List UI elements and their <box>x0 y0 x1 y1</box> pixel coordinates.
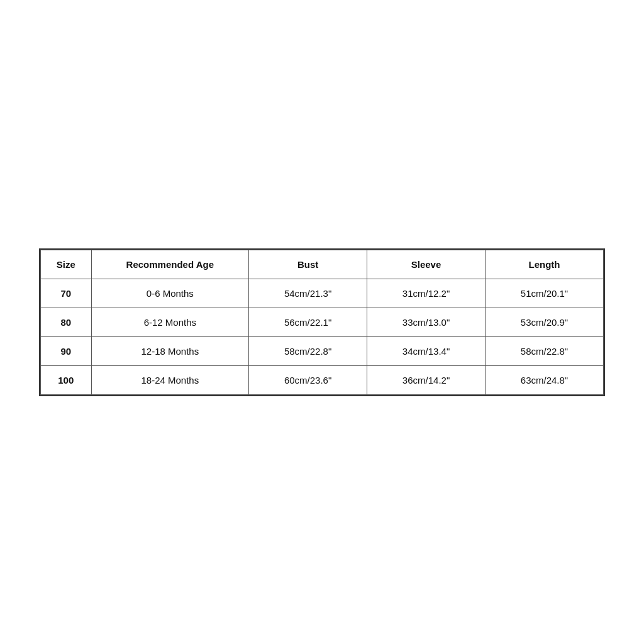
cell-age: 12-18 Months <box>91 336 249 365</box>
cell-sleeve: 33cm/13.0" <box>367 308 486 336</box>
cell-length: 58cm/22.8" <box>486 336 604 365</box>
header-recommended-age: Recommended Age <box>91 250 249 279</box>
cell-size: 80 <box>41 308 92 336</box>
cell-bust: 56cm/22.1" <box>249 308 367 336</box>
cell-bust: 58cm/22.8" <box>249 336 367 365</box>
table-row: 806-12 Months56cm/22.1"33cm/13.0"53cm/20… <box>41 308 604 336</box>
cell-size: 90 <box>41 336 92 365</box>
size-chart-container: Size Recommended Age Bust Sleeve Length … <box>39 248 605 396</box>
cell-sleeve: 34cm/13.4" <box>367 336 486 365</box>
cell-length: 63cm/24.8" <box>486 365 604 394</box>
cell-length: 53cm/20.9" <box>486 308 604 336</box>
table-row: 700-6 Months54cm/21.3"31cm/12.2"51cm/20.… <box>41 279 604 308</box>
cell-age: 6-12 Months <box>91 308 249 336</box>
header-size: Size <box>41 250 92 279</box>
cell-sleeve: 31cm/12.2" <box>367 279 486 308</box>
table-row: 10018-24 Months60cm/23.6"36cm/14.2"63cm/… <box>41 365 604 394</box>
cell-age: 0-6 Months <box>91 279 249 308</box>
cell-size: 70 <box>41 279 92 308</box>
size-chart-table: Size Recommended Age Bust Sleeve Length … <box>40 250 604 395</box>
cell-bust: 54cm/21.3" <box>249 279 367 308</box>
header-length: Length <box>486 250 604 279</box>
cell-size: 100 <box>41 365 92 394</box>
table-row: 9012-18 Months58cm/22.8"34cm/13.4"58cm/2… <box>41 336 604 365</box>
cell-length: 51cm/20.1" <box>486 279 604 308</box>
table-header-row: Size Recommended Age Bust Sleeve Length <box>41 250 604 279</box>
header-sleeve: Sleeve <box>367 250 486 279</box>
cell-bust: 60cm/23.6" <box>249 365 367 394</box>
header-bust: Bust <box>249 250 367 279</box>
cell-age: 18-24 Months <box>91 365 249 394</box>
cell-sleeve: 36cm/14.2" <box>367 365 486 394</box>
